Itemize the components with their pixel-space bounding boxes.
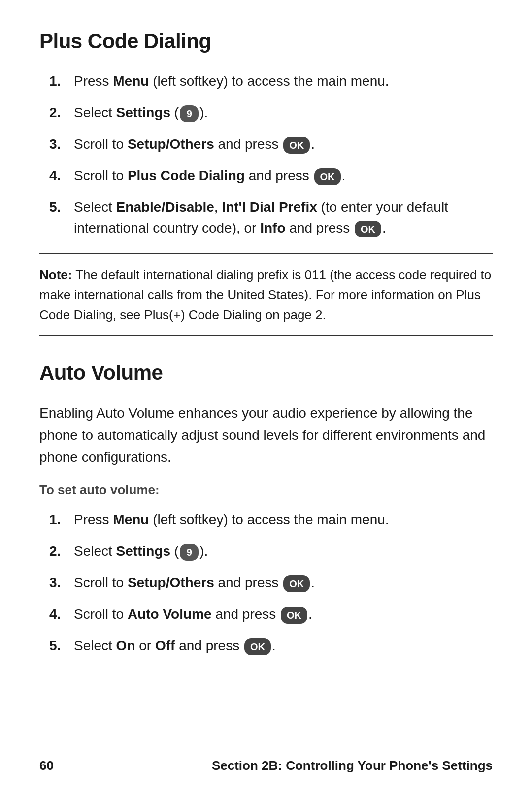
settings-badge: 9 (180, 105, 199, 122)
ok-badge-1: OK (283, 137, 310, 154)
step-3-bold: Setup/Others (128, 136, 214, 152)
step-3-number: 3. (49, 134, 74, 155)
av-step-2-text: Select Settings (9). (74, 541, 493, 562)
auto-volume-section: Auto Volume Enabling Auto Volume enhance… (39, 361, 493, 656)
ok-badge-3: OK (355, 221, 381, 237)
av-settings-badge: 9 (180, 544, 199, 561)
av-step-1-bold: Menu (113, 512, 149, 527)
step-5: 5. Select Enable/Disable, Int'l Dial Pre… (49, 197, 493, 238)
to-set-label: To set auto volume: (39, 482, 493, 498)
step-2: 2. Select Settings (9). (49, 102, 493, 123)
av-step-4-text: Scroll to Auto Volume and press OK. (74, 604, 493, 625)
step-4: 4. Scroll to Plus Code Dialing and press… (49, 166, 493, 186)
note-text: The default international dialing prefix… (39, 267, 491, 322)
av-step-4-bold: Auto Volume (128, 606, 212, 622)
av-step-5-bold1: On (116, 638, 135, 653)
av-step-1: 1. Press Menu (left softkey) to access t… (49, 509, 493, 530)
ok-badge-2: OK (314, 168, 341, 185)
plus-code-dialing-section: Plus Code Dialing 1. Press Menu (left so… (39, 30, 493, 336)
page-number: 60 (39, 758, 54, 773)
step-2-bold: Settings (116, 105, 170, 120)
step-2-number: 2. (49, 102, 74, 123)
step-3-text: Scroll to Setup/Others and press OK. (74, 134, 493, 155)
av-step-2-bold: Settings (116, 543, 170, 559)
av-ok-badge-1: OK (283, 575, 310, 592)
step-5-bold1: Enable/Disable (116, 200, 214, 215)
auto-volume-steps: 1. Press Menu (left softkey) to access t… (49, 509, 493, 656)
step-5-bold2: Int'l Dial Prefix (222, 200, 317, 215)
step-5-number: 5. (49, 197, 74, 218)
av-step-5-bold2: Off (155, 638, 175, 653)
plus-code-steps: 1. Press Menu (left softkey) to access t… (49, 71, 493, 238)
av-step-2-number: 2. (49, 541, 74, 562)
note-label: Note: (39, 267, 72, 282)
av-step-1-number: 1. (49, 509, 74, 530)
auto-volume-title: Auto Volume (39, 361, 493, 385)
step-5-text: Select Enable/Disable, Int'l Dial Prefix… (74, 197, 493, 238)
page-footer: 60 Section 2B: Controlling Your Phone's … (39, 758, 493, 773)
auto-volume-description: Enabling Auto Volume enhances your audio… (39, 402, 493, 468)
av-step-3-text: Scroll to Setup/Others and press OK. (74, 572, 493, 593)
step-1-text: Press Menu (left softkey) to access the … (74, 71, 493, 92)
step-3: 3. Scroll to Setup/Others and press OK. (49, 134, 493, 155)
plus-code-dialing-title: Plus Code Dialing (39, 30, 493, 53)
av-step-4: 4. Scroll to Auto Volume and press OK. (49, 604, 493, 625)
av-step-5-number: 5. (49, 635, 74, 656)
av-step-3: 3. Scroll to Setup/Others and press OK. (49, 572, 493, 593)
av-step-5-text: Select On or Off and press OK. (74, 635, 493, 656)
av-step-5: 5. Select On or Off and press OK. (49, 635, 493, 656)
av-ok-badge-2: OK (281, 607, 307, 624)
note-box: Note: The default international dialing … (39, 253, 493, 336)
av-step-1-text: Press Menu (left softkey) to access the … (74, 509, 493, 530)
step-5-bold3: Info (260, 220, 285, 235)
step-2-text: Select Settings (9). (74, 102, 493, 123)
av-ok-badge-3: OK (244, 638, 271, 655)
step-1-number: 1. (49, 71, 74, 92)
step-1: 1. Press Menu (left softkey) to access t… (49, 71, 493, 92)
step-4-bold: Plus Code Dialing (128, 168, 245, 183)
av-step-2: 2. Select Settings (9). (49, 541, 493, 562)
footer-section-label: Section 2B: Controlling Your Phone's Set… (212, 758, 493, 773)
step-4-text: Scroll to Plus Code Dialing and press OK… (74, 166, 493, 186)
av-step-4-number: 4. (49, 604, 74, 625)
av-step-3-bold: Setup/Others (128, 575, 214, 590)
step-4-number: 4. (49, 166, 74, 186)
av-step-3-number: 3. (49, 572, 74, 593)
step-1-bold: Menu (113, 73, 149, 89)
